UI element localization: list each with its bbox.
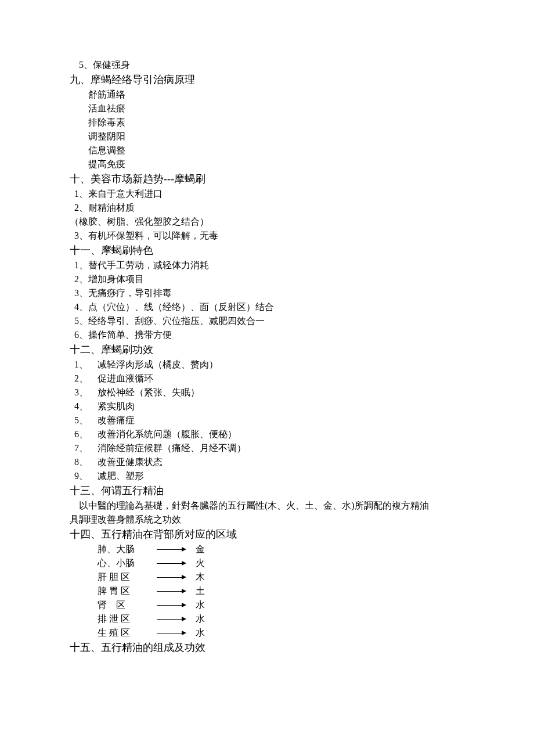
- mapping-row: 脾 胃 区 土: [70, 584, 464, 598]
- text: 1、 减轻浮肉形成（橘皮、赘肉）: [74, 359, 218, 369]
- list-item: 3、无痛痧疗，导引排毒: [70, 286, 464, 300]
- list-item: 5、经络导引、刮痧、穴位指压、减肥四效合一: [70, 314, 464, 328]
- document-page: 5、保健强身 九、摩蝎经络导引治病原理 舒筋通络 活血祛瘀 排除毒素 调整阴阳 …: [0, 0, 534, 714]
- text: 2、 促进血液循环: [74, 373, 153, 383]
- text: 2、增加身体项目: [74, 274, 144, 284]
- text: 4、点（穴位）、线（经络）、面（反射区）结合: [74, 302, 274, 312]
- mapping-row: 心、小肠 火: [70, 556, 464, 570]
- mapping-row: 排 泄 区 水: [70, 612, 464, 626]
- text: 4、 紧实肌肉: [74, 401, 135, 411]
- mapping-row: 肾 区 水: [70, 598, 464, 612]
- text: 3、有机环保塑料，可以降解，无毒: [74, 231, 218, 240]
- text: 6、 改善消化系统问题（腹胀、便秘）: [74, 429, 237, 439]
- list-item: 1、替代手工劳动，减轻体力消耗: [70, 258, 464, 272]
- mapping-label: 肺、大肠: [98, 542, 153, 556]
- section-heading-12: 十二、摩蝎刷功效: [70, 342, 464, 358]
- mapping-target: 金: [196, 542, 205, 556]
- list-item: （橡胶、树脂、强化塑胶之结合）: [70, 215, 464, 229]
- text: 1、来自于意大利进口: [74, 189, 163, 199]
- list-item: 7、 消除经前症候群（痛经、月经不调）: [70, 441, 464, 455]
- arrow-icon: [157, 603, 186, 607]
- text: 6、操作简单、携带方便: [74, 330, 172, 340]
- text: 活血祛瘀: [88, 103, 125, 113]
- mapping-label: 心、小肠: [98, 556, 153, 570]
- text: 9、 减肥、塑形: [74, 471, 144, 481]
- text: 调整阴阳: [88, 131, 125, 141]
- section-heading-11: 十一、摩蝎刷特色: [70, 243, 464, 258]
- mapping-label: 生 殖 区: [98, 626, 153, 640]
- mapping-row: 肺、大肠 金: [70, 542, 464, 556]
- arrow-icon: [157, 575, 186, 579]
- list-item: 4、 紧实肌肉: [70, 399, 464, 413]
- text: 提高免疫: [88, 159, 125, 169]
- paragraph-line: 以中醫的理論為基礎，針對各臟器的五行屬性(木、火、土、金、水)所調配的複方精油: [70, 499, 464, 513]
- text: 5、 改善痛症: [74, 415, 135, 425]
- mapping-row: 生 殖 区 水: [70, 626, 464, 640]
- mapping-target: 火: [196, 556, 205, 570]
- arrow-icon: [157, 561, 186, 566]
- list-item: 调整阴阳: [70, 129, 464, 143]
- list-item: 9、 减肥、塑形: [70, 469, 464, 483]
- text: （橡胶、树脂、强化塑胶之结合）: [70, 217, 209, 226]
- mapping-target: 水: [196, 598, 205, 612]
- list-item: 2、耐精油材质: [70, 201, 464, 215]
- mapping-label: 肾 区: [98, 598, 153, 612]
- list-item: 活血祛瘀: [70, 102, 464, 116]
- list-item: 3、有机环保塑料，可以降解，无毒: [70, 229, 464, 243]
- list-item: 2、增加身体项目: [70, 272, 464, 286]
- mapping-target: 木: [196, 570, 205, 584]
- section-heading-10: 十、美容市场新趋势---摩蝎刷: [70, 171, 464, 187]
- list-item: 舒筋通络: [70, 88, 464, 102]
- arrow-icon: [157, 589, 186, 593]
- section-heading-13: 十三、何谓五行精油: [70, 483, 464, 499]
- text: 8、 改善亚健康状态: [74, 457, 163, 467]
- list-item: 3、 放松神经（紧张、失眠）: [70, 386, 464, 399]
- mapping-row: 肝 胆 区 木: [70, 570, 464, 584]
- mapping-target: 水: [196, 612, 205, 626]
- text: 3、无痛痧疗，导引排毒: [74, 288, 172, 298]
- arrow-icon: [157, 547, 186, 552]
- section-heading-14: 十四、五行精油在背部所对应的区域: [70, 527, 464, 542]
- list-item: 8、 改善亚健康状态: [70, 455, 464, 469]
- list-item: 信息调整: [70, 143, 464, 157]
- mapping-target: 土: [196, 584, 205, 598]
- list-item: 排除毒素: [70, 116, 464, 129]
- list-item: 5、保健强身: [70, 58, 464, 72]
- section-heading-9: 九、摩蝎经络导引治病原理: [70, 72, 464, 88]
- list-item: 1、来自于意大利进口: [70, 187, 464, 201]
- list-item: 2、 促进血液循环: [70, 372, 464, 386]
- text: 5、经络导引、刮痧、穴位指压、减肥四效合一: [74, 316, 265, 326]
- list-item: 4、点（穴位）、线（经络）、面（反射区）结合: [70, 300, 464, 314]
- text: 2、耐精油材质: [74, 203, 135, 213]
- text: 7、 消除经前症候群（痛经、月经不调）: [74, 443, 246, 453]
- mapping-label: 排 泄 区: [98, 612, 153, 626]
- list-item: 5、 改善痛症: [70, 413, 464, 427]
- arrow-icon: [157, 631, 186, 635]
- paragraph-line: 具調理改善身體系統之功效: [70, 513, 464, 527]
- list-item: 6、操作简单、携带方便: [70, 328, 464, 342]
- text: 1、替代手工劳动，减轻体力消耗: [74, 260, 209, 270]
- section-heading-15: 十五、五行精油的组成及功效: [70, 640, 464, 656]
- mapping-label: 肝 胆 区: [98, 570, 153, 584]
- list-item: 提高免疫: [70, 157, 464, 171]
- mapping-target: 水: [196, 626, 205, 640]
- list-item: 6、 改善消化系统问题（腹胀、便秘）: [70, 427, 464, 441]
- text: 3、 放松神经（紧张、失眠）: [74, 387, 200, 397]
- text: 5、保健强身: [79, 60, 130, 70]
- mapping-label: 脾 胃 区: [98, 584, 153, 598]
- list-item: 1、 减轻浮肉形成（橘皮、赘肉）: [70, 358, 464, 372]
- text: 信息调整: [88, 145, 125, 155]
- arrow-icon: [157, 617, 186, 621]
- text: 排除毒素: [88, 117, 125, 127]
- text: 舒筋通络: [88, 89, 125, 99]
